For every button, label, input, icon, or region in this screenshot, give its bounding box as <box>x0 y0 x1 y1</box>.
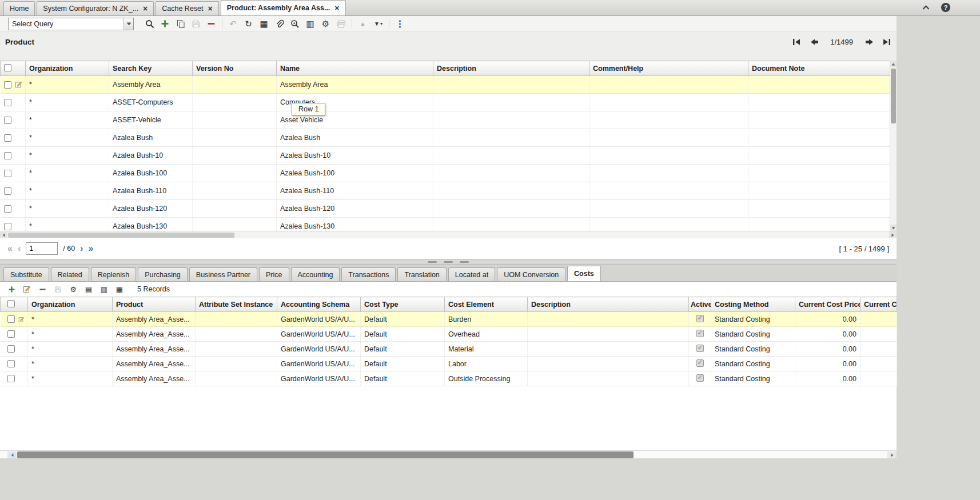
row-checkbox[interactable] <box>7 375 15 382</box>
tab-purchasing[interactable]: Purchasing <box>138 267 188 281</box>
table-row[interactable]: * Azalea Bush-100 Azalea Bush-100 <box>1 165 890 182</box>
detail-edit-button[interactable] <box>21 283 33 295</box>
print-button[interactable] <box>333 17 349 31</box>
tab-translation[interactable]: Translation <box>397 267 446 281</box>
tab-home[interactable]: Home <box>3 1 35 15</box>
first-page-button[interactable]: « <box>7 244 13 253</box>
scroll-up-button[interactable] <box>890 61 897 67</box>
new-record-button[interactable] <box>157 17 173 31</box>
refresh-button[interactable]: ↻ <box>241 17 256 31</box>
row-checkbox[interactable] <box>4 152 11 159</box>
tab-replenish[interactable]: Replenish <box>91 267 137 281</box>
row-checkbox[interactable] <box>4 99 11 106</box>
detail-delete-button[interactable] <box>37 283 48 295</box>
column-header-organization[interactable]: Organization <box>26 61 109 76</box>
delete-button[interactable] <box>204 17 219 31</box>
collapse-header-button[interactable] <box>922 3 930 11</box>
detail-scrollbar-thumb[interactable] <box>17 451 634 458</box>
column-header-search-key[interactable]: Search Key <box>109 61 193 76</box>
table-row[interactable]: * Azalea Bush-120 Azalea Bush-120 <box>1 200 890 218</box>
table-row[interactable]: * Azalea Bush-110 Azalea Bush-110 <box>1 182 890 200</box>
zoom-button[interactable] <box>287 17 302 31</box>
horizontal-scrollbar-thumb[interactable] <box>8 233 234 238</box>
attachment-button[interactable] <box>272 17 287 31</box>
detail-save-button[interactable] <box>52 283 63 295</box>
help-icon[interactable]: ? <box>941 3 950 12</box>
column-header-document-note[interactable]: Document Note <box>748 61 890 76</box>
detail-column-view-button[interactable]: ▥ <box>98 283 110 295</box>
table-row[interactable]: * Assembly Area Assembly Area <box>1 76 890 94</box>
column-header-cost-type[interactable]: Cost Type <box>361 297 445 312</box>
table-row[interactable]: * Azalea Bush Azalea Bush <box>1 129 890 147</box>
column-header-costing-method[interactable]: Costing Method <box>711 297 795 312</box>
table-row[interactable]: * Assembly Area_Asse... GardenWorld US/A… <box>1 327 897 342</box>
row-checkbox[interactable] <box>4 223 11 230</box>
row-checkbox[interactable] <box>7 315 15 323</box>
table-row[interactable]: * Azalea Bush-10 Azalea Bush-10 <box>1 147 890 165</box>
table-row[interactable]: * Assembly Area_Asse... GardenWorld US/A… <box>1 312 897 327</box>
next-page-button[interactable]: › <box>80 244 83 253</box>
tab-substitute[interactable]: Substitute <box>3 267 49 281</box>
tab-price[interactable]: Price <box>259 267 289 281</box>
tab-costs[interactable]: Costs <box>567 266 601 281</box>
row-checkbox[interactable] <box>7 345 15 353</box>
horizontal-scrollbar[interactable] <box>0 231 897 238</box>
column-header-product[interactable]: Product <box>113 297 196 312</box>
panel-splitter[interactable] <box>0 259 897 265</box>
last-page-button[interactable]: » <box>88 244 93 253</box>
tab-uom-conversion[interactable]: UOM Conversion <box>497 267 565 281</box>
column-header-version-no[interactable]: Version No <box>193 61 277 76</box>
detail-new-button[interactable] <box>6 283 17 295</box>
column-header-description[interactable]: Description <box>433 61 589 76</box>
row-checkbox[interactable] <box>4 117 11 124</box>
select-all-header[interactable] <box>1 297 28 312</box>
column-header-organization[interactable]: Organization <box>28 297 113 312</box>
close-icon[interactable]: × <box>334 4 339 12</box>
table-row[interactable]: * ASSET-Vehicle Asset Vehicle <box>1 111 890 129</box>
detail-record-button[interactable]: ▼▾ <box>371 17 386 31</box>
table-row[interactable]: * Assembly Area_Asse... GardenWorld US/A… <box>1 357 897 371</box>
close-icon[interactable]: × <box>143 5 148 13</box>
column-header-description[interactable]: Description <box>528 297 689 312</box>
first-record-button[interactable] <box>791 37 802 47</box>
row-checkbox[interactable] <box>4 81 11 89</box>
tab-located-at[interactable]: Located at <box>448 267 495 281</box>
row-checkbox[interactable] <box>4 187 11 195</box>
scroll-right-button[interactable] <box>887 451 897 458</box>
table-row[interactable]: * Assembly Area_Asse... GardenWorld US/A… <box>1 371 897 386</box>
select-all-header[interactable] <box>1 61 26 76</box>
last-record-button[interactable] <box>882 37 892 47</box>
tab-accounting[interactable]: Accounting <box>291 267 340 281</box>
find-button[interactable] <box>142 17 157 31</box>
row-checkbox[interactable] <box>7 330 15 338</box>
parent-record-button[interactable]: ▲ <box>355 17 371 31</box>
column-header-name[interactable]: Name <box>277 61 433 76</box>
tab-business-partner[interactable]: Business Partner <box>189 267 257 281</box>
table-row[interactable]: * ASSET-Computers Computers <box>1 94 890 111</box>
column-header-active[interactable]: Active <box>689 297 711 312</box>
scroll-down-button[interactable] <box>890 225 897 231</box>
previous-record-button[interactable] <box>809 37 819 47</box>
column-header-attribute-set-instance[interactable]: Attribute Set Instance <box>196 297 277 312</box>
row-checkbox[interactable] <box>4 205 11 213</box>
scroll-left-button[interactable] <box>7 451 17 458</box>
row-checkbox[interactable] <box>7 360 15 367</box>
vertical-scrollbar[interactable] <box>890 61 897 231</box>
table-row[interactable]: * Assembly Area_Asse... GardenWorld US/A… <box>1 342 897 357</box>
tab-cache-reset[interactable]: Cache Reset× <box>156 1 218 15</box>
undo-button[interactable]: ↶ <box>225 17 241 31</box>
scroll-left-button[interactable] <box>0 232 7 238</box>
detail-horizontal-scrollbar[interactable] <box>0 450 897 458</box>
toggle-grid-button[interactable]: ▦ <box>256 17 272 31</box>
tab-system-configurator[interactable]: System Configurator: N ZK_...× <box>37 1 154 15</box>
scroll-right-button[interactable] <box>889 232 897 238</box>
report-button[interactable]: ▥ <box>302 17 318 31</box>
detail-list-view-button[interactable]: ▤ <box>83 283 94 295</box>
tab-transactions[interactable]: Transactions <box>341 267 396 281</box>
vertical-scrollbar-thumb[interactable] <box>891 69 896 123</box>
combobox-dropdown-button[interactable] <box>124 18 133 30</box>
prev-page-button[interactable]: ‹ <box>18 244 21 253</box>
tab-related[interactable]: Related <box>51 267 89 281</box>
save-button[interactable] <box>188 17 204 31</box>
column-header-current-cost-price-ll[interactable]: Current C <box>861 297 897 312</box>
